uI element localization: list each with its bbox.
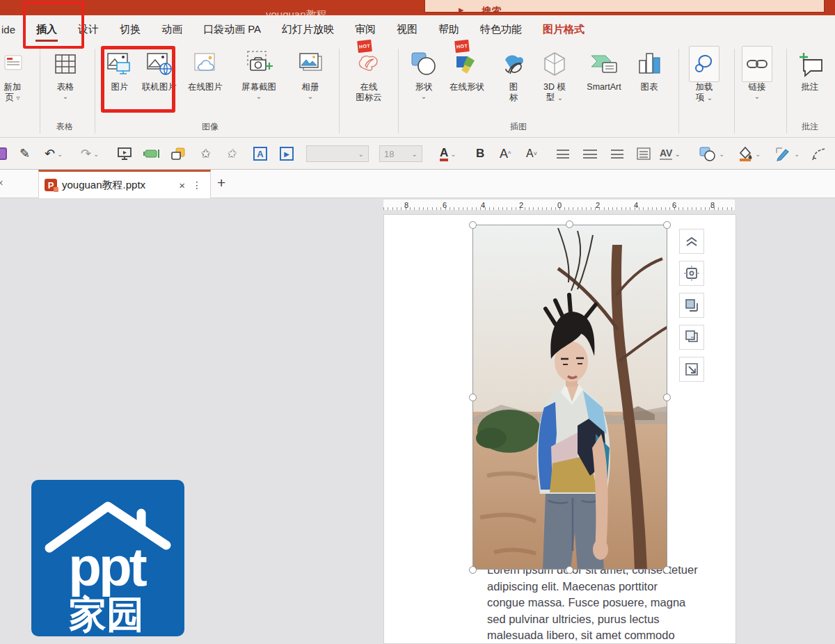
redo-button[interactable]: ↷⌄ [81,138,99,170]
justify-button[interactable] [583,138,597,170]
album-button[interactable]: 相册 ⌄ [292,46,328,99]
tab-slideshow[interactable]: 幻灯片放映 [271,23,344,36]
logo-text-jiayuan: 家园 [69,593,144,635]
shape-outline-button[interactable]: ⌄ [775,138,800,170]
application-window: youguan教程 ▸ 搜索 ide 插入 设计 切换 动画 口袋动画 PA 幻… [0,0,835,644]
addins-icon [689,46,719,82]
dropdown-icon: ⌄ [707,94,713,102]
smartart-button[interactable]: SmartArt [579,46,629,92]
line-spacing-button[interactable] [636,138,651,170]
tab-view[interactable]: 视图 [386,23,428,36]
font-color-button[interactable]: A⌄ [440,138,456,170]
grow-font-button[interactable]: A^ [500,138,511,170]
media-button[interactable]: ▶ [280,138,294,170]
undo-button[interactable]: ↶⌄ [45,138,63,170]
dropdown-icon: ⌄ [674,150,680,158]
tab-transitions[interactable]: 切换 [109,23,151,36]
pen-icon: ✎ [19,146,30,161]
collapse-panel-button[interactable] [679,229,704,254]
resize-handle-mid-right[interactable] [663,394,671,401]
ink-pen-button[interactable]: ✎ [19,138,30,170]
star-icon: ✩ [225,146,239,161]
powerpoint-file-icon: P [45,179,57,191]
slide[interactable]: Lorem ipsum dolor sit amet, consectetuer… [383,214,736,644]
online-icon-cloud-icon: HOT [355,46,383,82]
dropdown-icon: ⌄ [450,150,456,158]
dropdown-icon: ⌄ [256,94,262,99]
scroll-left-icon[interactable]: × [0,177,3,188]
copy-shape-button[interactable] [170,138,186,170]
document-tab-bar: × P youguan教程.pptx × ⋮ + [0,170,835,198]
resize-handle-mid-left[interactable] [469,394,477,401]
resize-handle-bottom-right[interactable] [663,566,671,574]
tab-review[interactable]: 审阅 [344,23,386,36]
inserted-photo[interactable] [472,225,667,570]
tab-special-features[interactable]: 特色功能 [470,23,532,36]
3d-model-button[interactable]: 3D 模 型 ⌄ [533,46,576,103]
edit-points-button[interactable] [811,138,828,170]
overlap-order-button[interactable] [679,293,704,318]
tab-animations[interactable]: 动画 [151,23,193,36]
start-slideshow-button[interactable] [117,138,132,170]
animation-pane-button[interactable] [143,138,160,170]
picture-button[interactable]: 图片 [102,46,138,92]
shapes-button[interactable]: 形状 ⌄ [406,46,441,99]
favorite-shape-button[interactable]: ✩ [200,138,211,170]
slide-body-text[interactable]: Lorem ipsum dolor sit amet, consectetuer… [487,562,717,644]
tab-help[interactable]: 帮助 [428,23,470,36]
align-center-button[interactable] [557,138,569,170]
comment-button[interactable]: 批注 [792,46,828,92]
color-swatch-partial[interactable] [0,138,7,170]
resize-handle-bottom-center[interactable] [566,566,573,574]
resize-handle-bottom-left[interactable] [469,566,477,574]
chart-button[interactable]: 图表 [632,46,667,92]
online-picture-button[interactable]: 联机图片 [139,46,180,92]
dropdown-icon: ⌄ [308,94,313,99]
shape-fill-button[interactable]: ⌄ [738,138,761,170]
resize-handle-top-left[interactable] [469,221,477,229]
tab-insert[interactable]: 插入 [26,23,67,36]
online-icon-cloud-button[interactable]: HOT 在线 图标云 [347,46,391,103]
link-button[interactable]: 链接 ⌄ [740,46,774,99]
new-tab-button[interactable]: + [217,175,225,191]
character-spacing-button[interactable]: AV⌄ [660,138,681,170]
overlap-squares-icon [683,297,700,314]
tab-picture-format[interactable]: 图片格式 [532,23,595,36]
document-tab[interactable]: P youguan教程.pptx × ⋮ [38,170,211,198]
favorite-shape2-button[interactable]: ✩ [223,138,241,170]
resize-handle-top-right[interactable] [663,221,671,229]
screenshot-button[interactable]: 屏幕截图 ⌄ [231,46,287,99]
online-shapes-button[interactable]: HOT 在线形状 [444,46,490,92]
search-box[interactable]: ▸ 搜索 [424,0,825,13]
dropdown-icon: ▿ [16,94,19,102]
table-button[interactable]: 表格 ⌄ [46,46,85,99]
insert-shape-button[interactable]: ⌄ [699,138,724,170]
dropdown-icon: ⌄ [754,94,760,99]
align-left-button[interactable] [611,138,623,170]
shrink-font-button[interactable]: A˅ [526,138,537,170]
ribbon-separator [734,49,735,134]
new-page-button[interactable]: 新加 页 ▿ [0,46,31,103]
bold-button[interactable]: B [476,138,484,170]
online-picture-icon [145,46,173,82]
web-picture-button[interactable]: 在线图片 [184,46,227,92]
tab-design[interactable]: 设计 [67,23,109,36]
resize-handle-top-center[interactable] [566,220,573,228]
title-bar: youguan教程 ▸ 搜索 [0,0,835,15]
tab-more-icon[interactable]: ⋮ [189,179,205,191]
font-size-select[interactable]: 18⌄ [379,138,422,170]
align-layers-button[interactable] [679,325,704,350]
font-name-select[interactable]: ⌄ [306,138,369,170]
tab-islide[interactable]: ide [0,24,26,35]
icons-button[interactable]: 图标 [498,46,529,103]
resize-crop-button[interactable] [679,357,704,382]
document-title: youguan教程.pptx [62,179,175,192]
tab-pocket-animation[interactable]: 口袋动画 PA [193,23,271,36]
dropdown-icon: ⌄ [358,150,364,158]
text-box-button[interactable]: A [253,138,267,170]
position-center-button[interactable] [679,261,704,286]
window-title-partial: youguan教程 [266,8,356,15]
addins-button[interactable]: 加载 项 ⌄ [685,46,724,103]
search-icon: ▸ [459,5,464,13]
close-tab-icon[interactable]: × [175,179,189,191]
